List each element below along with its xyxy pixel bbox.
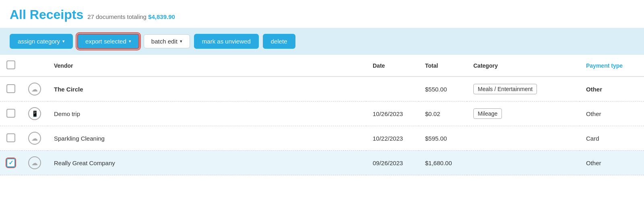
receipt-date: 10/26/2023 bbox=[366, 102, 419, 126]
receipt-category: Mileage bbox=[467, 102, 580, 126]
col-header-payment: Payment type bbox=[580, 55, 644, 77]
page-header: All Receipts 27 documents totaling $4,83… bbox=[0, 0, 644, 28]
receipt-category: Meals / Entertainment bbox=[467, 77, 580, 102]
batch-edit-button[interactable]: batch edit ▾ bbox=[144, 34, 190, 48]
payment-type: Card bbox=[580, 126, 644, 151]
receipt-date bbox=[366, 77, 419, 102]
payment-type: Other bbox=[580, 77, 644, 102]
chevron-down-icon: ▾ bbox=[62, 39, 65, 44]
receipt-category bbox=[467, 151, 580, 175]
receipt-total: $595.00 bbox=[419, 126, 467, 151]
receipt-category bbox=[467, 126, 580, 151]
assign-category-button[interactable]: assign category ▾ bbox=[10, 34, 73, 49]
col-header-category: Category bbox=[467, 55, 580, 77]
page-title-row: All Receipts 27 documents totaling $4,83… bbox=[10, 7, 634, 22]
col-header-check bbox=[0, 55, 22, 77]
phone-icon: 📱 bbox=[28, 107, 41, 120]
vendor-name: Demo trip bbox=[47, 102, 366, 126]
payment-type: Other bbox=[580, 151, 644, 175]
receipt-date: 09/26/2023 bbox=[366, 151, 419, 175]
cloud-upload-icon: ☁ bbox=[28, 132, 41, 145]
select-all-checkbox[interactable] bbox=[6, 60, 15, 69]
table-row: ☁Sparkling Cleaning10/22/2023$595.00Card bbox=[0, 126, 644, 151]
row-checkbox[interactable] bbox=[6, 109, 15, 118]
page-wrapper: All Receipts 27 documents totaling $4,83… bbox=[0, 0, 644, 220]
cloud-upload-icon: ☁ bbox=[28, 83, 41, 95]
toolbar: assign category ▾ export selected ▾ batc… bbox=[0, 28, 644, 55]
col-header-icon bbox=[22, 55, 47, 77]
vendor-name: Really Great Company bbox=[47, 151, 366, 175]
page-title: All Receipts bbox=[10, 7, 83, 22]
table-row: 📱Demo trip10/26/2023$0.02MileageOther bbox=[0, 102, 644, 126]
row-checkbox[interactable] bbox=[6, 133, 15, 142]
mark-unviewed-button[interactable]: mark as unviewed bbox=[194, 34, 259, 49]
col-header-total: Total bbox=[419, 55, 467, 77]
row-checkbox[interactable] bbox=[6, 84, 15, 93]
col-header-vendor: Vendor bbox=[47, 55, 366, 77]
table-row: ☁Really Great Company09/26/2023$1,680.00… bbox=[0, 151, 644, 175]
chevron-down-icon: ▾ bbox=[129, 39, 131, 44]
cloud-upload-icon: ☁ bbox=[28, 156, 41, 169]
delete-button[interactable]: delete bbox=[263, 34, 295, 49]
receipt-total: $0.02 bbox=[419, 102, 467, 126]
export-selected-button[interactable]: export selected ▾ bbox=[77, 33, 140, 49]
vendor-name: The Circle bbox=[47, 77, 366, 102]
doc-count: 27 documents totaling $4,839.90 bbox=[87, 13, 175, 20]
receipts-table: Vendor Date Total Category Payment type … bbox=[0, 55, 644, 175]
row-checkbox[interactable] bbox=[6, 158, 15, 167]
vendor-name: Sparkling Cleaning bbox=[47, 126, 366, 151]
doc-total: $4,839.90 bbox=[148, 13, 175, 20]
chevron-down-icon: ▾ bbox=[180, 39, 182, 44]
receipt-total: $550.00 bbox=[419, 77, 467, 102]
col-header-date: Date bbox=[366, 55, 419, 77]
receipt-date: 10/22/2023 bbox=[366, 126, 419, 151]
receipt-total: $1,680.00 bbox=[419, 151, 467, 175]
table-row: ☁The Circle$550.00Meals / EntertainmentO… bbox=[0, 77, 644, 102]
table-header-row: Vendor Date Total Category Payment type bbox=[0, 55, 644, 77]
payment-type: Other bbox=[580, 102, 644, 126]
